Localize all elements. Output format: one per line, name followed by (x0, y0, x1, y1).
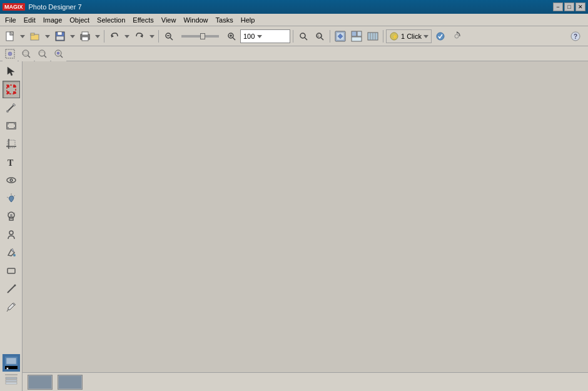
main-toolbar: 100 1:1 (0, 26, 588, 46)
toolbar-separator-2 (158, 30, 159, 43)
title-text: Photo Designer 7 (29, 3, 82, 11)
svg-rect-63 (13, 85, 16, 88)
menu-item-tasks[interactable]: Tasks (212, 15, 237, 25)
save-dropdown[interactable] (69, 29, 76, 44)
svg-rect-13 (82, 37, 88, 41)
zoom-in-button[interactable] (224, 29, 239, 44)
object-tool[interactable] (3, 117, 20, 135)
text-tool[interactable]: T (3, 153, 20, 171)
thumbnail-2 (58, 375, 83, 390)
oneclick-dropdown-icon (423, 34, 428, 39)
svg-marker-26 (257, 35, 262, 38)
svg-marker-15 (111, 34, 114, 38)
svg-marker-6 (45, 35, 50, 38)
svg-point-27 (300, 33, 305, 38)
shape-tool[interactable] (3, 262, 20, 280)
smart-fix-apply[interactable] (433, 29, 448, 44)
svg-point-86 (10, 214, 13, 216)
face-tool[interactable] (3, 226, 20, 243)
select-all-button[interactable] (3, 46, 18, 61)
fx3-button[interactable] (365, 29, 380, 44)
new-dropdown[interactable] (19, 29, 26, 44)
paint-tool[interactable] (3, 99, 20, 116)
undo-button[interactable] (107, 29, 122, 44)
svg-marker-60 (8, 67, 14, 76)
menu-item-file[interactable]: File (1, 15, 20, 25)
fx2-button[interactable] (349, 29, 364, 44)
pointer-tool[interactable] (3, 63, 20, 80)
color-picker-tool[interactable] (3, 298, 20, 316)
menu-item-image[interactable]: Image (39, 15, 66, 25)
zoom-value-dropdown[interactable]: 100 (240, 29, 290, 43)
svg-rect-72 (7, 127, 9, 129)
svg-text:1:1: 1:1 (317, 34, 323, 38)
navigator-tool[interactable]: ▣ (3, 354, 20, 372)
maximize-button[interactable]: □ (564, 3, 574, 11)
menu-item-effects[interactable]: Effects (129, 15, 157, 25)
print-dropdown[interactable] (94, 29, 101, 44)
save-button[interactable] (53, 29, 68, 44)
svg-line-23 (233, 38, 235, 40)
svg-marker-10 (70, 35, 75, 38)
svg-point-44 (437, 33, 444, 40)
svg-line-20 (170, 38, 173, 40)
new-button[interactable] (3, 29, 18, 44)
view-tool[interactable] (3, 171, 20, 189)
svg-line-30 (321, 38, 323, 40)
svg-line-89 (14, 213, 15, 213)
crop-tool[interactable] (3, 135, 20, 153)
menu-item-help[interactable]: Help (237, 15, 259, 25)
zoom-out-button[interactable] (161, 29, 176, 44)
open-button[interactable] (28, 29, 43, 44)
zoom-actual-button[interactable]: 1:1 (312, 29, 327, 44)
svg-line-28 (305, 38, 307, 40)
svg-marker-16 (124, 35, 129, 38)
select-magic-button[interactable] (51, 46, 66, 61)
smart-fix-container: ⚡ 1 Click (386, 29, 432, 43)
fx1-button[interactable] (333, 29, 348, 44)
menu-item-edit[interactable]: Edit (20, 15, 39, 25)
status-bar (23, 372, 588, 391)
zoom-slider[interactable] (181, 35, 219, 38)
svg-rect-105 (59, 376, 81, 388)
undo-dropdown[interactable] (123, 29, 131, 44)
svg-rect-35 (357, 31, 362, 36)
menu-item-selection[interactable]: Selection (93, 15, 129, 25)
svg-line-93 (8, 285, 15, 293)
canvas-inner[interactable] (23, 61, 588, 372)
zoom-slider-container (179, 35, 221, 38)
menu-item-object[interactable]: Object (66, 15, 93, 25)
toolbar-separator-4 (330, 30, 330, 43)
layers-tool[interactable] (3, 372, 20, 390)
stamp-tool[interactable] (3, 208, 20, 225)
close-button[interactable]: ✕ (575, 3, 585, 11)
app-logo: MAGIX (3, 3, 25, 11)
dropper-paint-tool[interactable] (3, 190, 20, 207)
svg-marker-14 (95, 35, 100, 38)
svg-line-95 (7, 310, 8, 312)
smart-fix-icon: ⚡ (389, 31, 399, 41)
menu-item-window[interactable]: Window (180, 15, 211, 25)
svg-line-52 (28, 55, 31, 58)
zoom-fit-button[interactable] (296, 29, 311, 44)
select-zoom-button[interactable] (19, 46, 34, 61)
redo-button[interactable] (132, 29, 147, 44)
line-tool[interactable] (3, 280, 20, 298)
select-polygon-button[interactable] (35, 46, 50, 61)
svg-point-90 (9, 231, 13, 235)
print-button[interactable] (78, 29, 93, 44)
svg-line-82 (14, 195, 15, 196)
help-button[interactable]: ? (568, 29, 583, 44)
redo-dropdown[interactable] (148, 29, 156, 44)
fill-tool[interactable] (3, 244, 20, 262)
zoom-thumb[interactable] (200, 33, 205, 39)
svg-rect-12 (82, 32, 88, 35)
svg-rect-65 (13, 91, 16, 94)
oneclick-label: 1 Click (401, 33, 422, 40)
open-dropdown[interactable] (44, 29, 51, 44)
selection-tool[interactable] (3, 81, 20, 98)
svg-rect-9 (56, 36, 64, 40)
menu-item-view[interactable]: View (158, 15, 180, 25)
minimize-button[interactable]: − (553, 3, 563, 11)
rotate-button[interactable] (449, 29, 464, 44)
